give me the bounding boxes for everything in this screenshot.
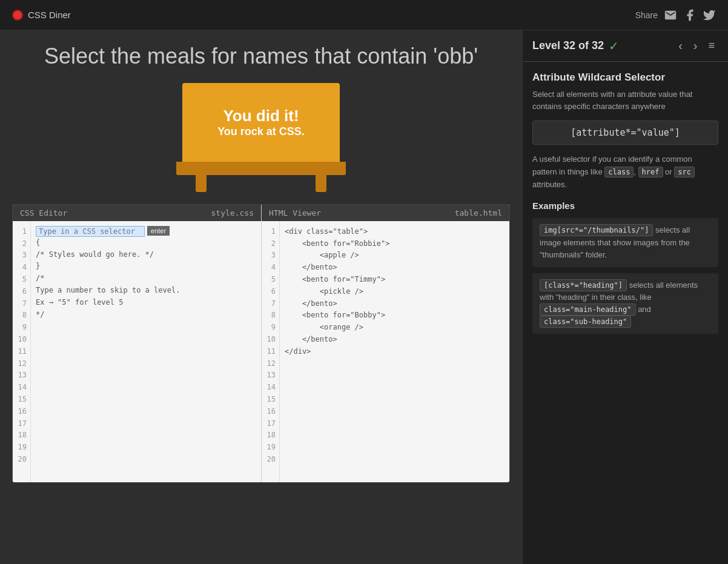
html-viewer-filename: table.html bbox=[455, 208, 502, 217]
share-area: Share bbox=[635, 8, 716, 22]
selector-note-suffix: attributes. bbox=[532, 180, 567, 189]
selector-syntax-box: [attribute*="value"] bbox=[532, 121, 718, 145]
selector-desc: Select all elements with an attribute va… bbox=[532, 88, 718, 112]
html-viewer-content: 12345 678910 1112131415 1617181920 <div … bbox=[262, 221, 509, 482]
css-editor-filename: style.css bbox=[211, 208, 254, 217]
html-line-5: <bento for="Timmy"> bbox=[285, 274, 505, 286]
level-header: Level 32 of 32 ✓ ‹ › ≡ bbox=[523, 30, 728, 62]
html-line-3: <apple /> bbox=[285, 250, 505, 262]
table-legs bbox=[196, 175, 326, 192]
app-title: CSS Diner bbox=[28, 10, 71, 20]
selector-note-comma: , bbox=[634, 167, 638, 176]
next-level-button[interactable]: › bbox=[690, 38, 701, 54]
html-line-10: </bento> bbox=[285, 334, 505, 346]
level-nav: ‹ › ≡ bbox=[675, 38, 718, 54]
example-2-and: and bbox=[638, 305, 651, 314]
selector-title: Attribute Wildcard Selector bbox=[532, 71, 718, 84]
css-selector-input[interactable] bbox=[36, 226, 145, 237]
css-code-content: enter { /* Styles would go here. */ } /*… bbox=[31, 221, 261, 482]
right-panel: Level 32 of 32 ✓ ‹ › ≡ Attribute Wildcar… bbox=[522, 30, 728, 564]
table-leg-left bbox=[196, 175, 207, 192]
instruction-title: Select the meals for names that contain … bbox=[44, 42, 478, 71]
enter-button[interactable]: enter bbox=[147, 226, 170, 236]
css-code-line-7: Type a number to skip to a level. bbox=[36, 285, 256, 297]
success-sub-text: You rock at CSS. bbox=[217, 125, 305, 138]
css-input-row: enter bbox=[36, 226, 256, 237]
css-code-line-9: */ bbox=[36, 309, 256, 321]
success-main-text: You did it! bbox=[223, 107, 299, 125]
twitter-share-icon[interactable] bbox=[703, 8, 716, 22]
html-line-11: </div> bbox=[285, 346, 505, 358]
css-editor-label: CSS Editor bbox=[20, 208, 67, 217]
html-viewer-label: HTML Viewer bbox=[269, 208, 321, 217]
prev-level-button[interactable]: ‹ bbox=[675, 38, 686, 54]
table-surface-bottom bbox=[176, 162, 346, 175]
menu-button[interactable]: ≡ bbox=[704, 38, 718, 53]
example-1-code: img[src*="/thumbnails/"] bbox=[540, 224, 653, 236]
selector-note-or: or bbox=[663, 167, 675, 176]
css-editor-header: CSS Editor style.css bbox=[13, 205, 261, 221]
main-content: Select the meals for names that contain … bbox=[0, 30, 728, 564]
facebook-share-icon[interactable] bbox=[683, 8, 697, 22]
example-block-2: [class*="heading"] selects all elements … bbox=[532, 273, 718, 334]
html-line-9: <orange /> bbox=[285, 322, 505, 334]
example-block-1: img[src*="/thumbnails/"] selects all ima… bbox=[532, 218, 718, 267]
logo-area: CSS Diner bbox=[12, 10, 71, 21]
selector-note-code-class: class bbox=[604, 167, 634, 177]
editor-area: CSS Editor style.css 12345 678910 111213… bbox=[12, 204, 510, 483]
example-2-code-sub-heading: class="sub-heading" bbox=[540, 316, 631, 328]
top-bar: CSS Diner Share bbox=[0, 0, 728, 30]
selector-note-code-src: src bbox=[674, 167, 695, 177]
html-line-1: <div class="table"> bbox=[285, 226, 505, 238]
level-text: Level 32 of 32 bbox=[532, 39, 604, 52]
level-info: Level 32 of 32 ✓ bbox=[532, 39, 619, 53]
html-line-8: <bento for="Bobby"> bbox=[285, 310, 505, 322]
table-visual: You did it! You rock at CSS. bbox=[176, 83, 346, 192]
html-viewer-header: HTML Viewer table.html bbox=[262, 205, 509, 221]
css-code-line-2: { bbox=[36, 237, 256, 249]
email-share-icon[interactable] bbox=[664, 8, 677, 22]
html-line-numbers: 12345 678910 1112131415 1617181920 bbox=[262, 221, 280, 482]
html-line-4: </bento> bbox=[285, 262, 505, 274]
selector-note: A useful selector if you can identify a … bbox=[532, 153, 718, 191]
css-code-line-3: /* Styles would go here. */ bbox=[36, 249, 256, 261]
right-content: Attribute Wildcard Selector Select all e… bbox=[523, 62, 728, 564]
css-code-line-6: /* bbox=[36, 273, 256, 285]
css-editor-pane: CSS Editor style.css 12345 678910 111213… bbox=[13, 205, 261, 482]
examples-title: Examples bbox=[532, 201, 718, 211]
html-line-2: <bento for="Robbie"> bbox=[285, 238, 505, 250]
css-code-line-4: } bbox=[36, 260, 256, 273]
selector-note-code-href: href bbox=[638, 167, 663, 177]
html-viewer-pane: HTML Viewer table.html 12345 678910 1112… bbox=[261, 205, 509, 482]
css-code-line-8: Ex → "5" for level 5 bbox=[36, 297, 256, 309]
example-2-code: [class*="heading"] bbox=[540, 279, 627, 291]
css-line-numbers: 12345 678910 1112131415 1617181920 bbox=[13, 221, 31, 482]
example-2-code-main-heading: class="main-heading" bbox=[540, 304, 636, 316]
css-editor-content: 12345 678910 1112131415 1617181920 enter… bbox=[13, 221, 261, 482]
table-leg-right bbox=[316, 175, 326, 192]
html-code-content: <div class="table"> <bento for="Robbie">… bbox=[280, 221, 509, 482]
table-top: You did it! You rock at CSS. bbox=[182, 83, 340, 162]
left-panel: Select the meals for names that contain … bbox=[0, 30, 522, 564]
html-line-7: </bento> bbox=[285, 298, 505, 310]
html-line-6: <pickle /> bbox=[285, 286, 505, 298]
logo-icon bbox=[12, 10, 23, 21]
level-complete-icon: ✓ bbox=[609, 39, 619, 53]
share-label: Share bbox=[635, 10, 658, 20]
